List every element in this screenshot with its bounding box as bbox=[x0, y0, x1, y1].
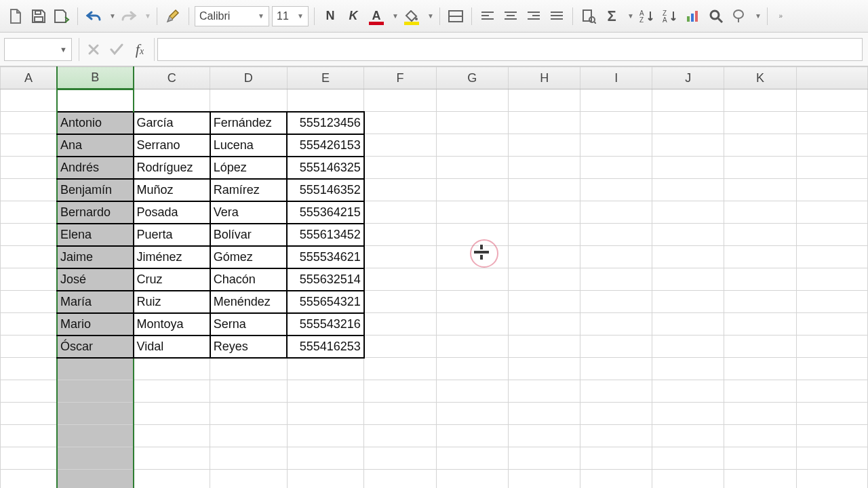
cell[interactable] bbox=[724, 157, 796, 179]
cell[interactable]: 555364215 bbox=[287, 201, 364, 224]
cell[interactable]: Reyes bbox=[210, 336, 287, 358]
cell[interactable] bbox=[287, 470, 364, 489]
format-paintbrush-button[interactable] bbox=[163, 6, 183, 26]
cell[interactable] bbox=[436, 425, 509, 447]
cell[interactable] bbox=[364, 336, 436, 358]
cell[interactable] bbox=[580, 134, 652, 157]
chart-button[interactable] bbox=[683, 6, 703, 26]
column-header-E[interactable]: E bbox=[287, 67, 364, 89]
cell[interactable] bbox=[509, 112, 580, 134]
cell[interactable]: Rodríguez bbox=[134, 157, 210, 179]
cell[interactable] bbox=[652, 201, 724, 224]
cell[interactable] bbox=[1, 201, 58, 224]
fill-color-dropdown[interactable]: ▼ bbox=[425, 6, 434, 26]
cell[interactable] bbox=[134, 425, 210, 447]
cell[interactable] bbox=[509, 380, 580, 403]
cell[interactable] bbox=[509, 291, 580, 313]
cell[interactable]: Cruz bbox=[134, 268, 210, 291]
cell[interactable] bbox=[580, 313, 652, 336]
cell[interactable] bbox=[210, 403, 287, 425]
cell[interactable]: Gómez bbox=[210, 246, 287, 268]
cell[interactable] bbox=[652, 291, 724, 313]
cell[interactable]: Elena bbox=[57, 224, 134, 246]
cell[interactable]: Montoya bbox=[134, 313, 210, 336]
cell[interactable] bbox=[724, 134, 796, 157]
formula-input[interactable] bbox=[157, 38, 863, 61]
cell[interactable] bbox=[796, 224, 867, 246]
column-header-A[interactable]: A bbox=[1, 67, 58, 89]
column-header-C[interactable]: C bbox=[134, 67, 210, 89]
cell[interactable] bbox=[509, 470, 580, 489]
cell[interactable] bbox=[509, 246, 580, 268]
cell[interactable] bbox=[724, 403, 796, 425]
cell[interactable]: Vidal bbox=[134, 336, 210, 358]
cell[interactable] bbox=[364, 179, 436, 201]
bold-button[interactable]: N bbox=[320, 6, 340, 26]
cell[interactable] bbox=[796, 336, 867, 358]
cell[interactable] bbox=[724, 89, 796, 112]
cell[interactable] bbox=[509, 447, 580, 470]
cell[interactable] bbox=[580, 112, 652, 134]
cell[interactable]: Óscar bbox=[57, 336, 134, 358]
cell[interactable]: 555146325 bbox=[287, 157, 364, 179]
cell[interactable] bbox=[364, 157, 436, 179]
cell[interactable]: 555146352 bbox=[287, 179, 364, 201]
export-pdf-button[interactable] bbox=[52, 6, 72, 26]
cell[interactable] bbox=[436, 380, 509, 403]
cell[interactable] bbox=[652, 358, 724, 380]
accept-formula-button[interactable] bbox=[105, 38, 128, 61]
cell[interactable] bbox=[652, 425, 724, 447]
cell[interactable] bbox=[57, 470, 134, 489]
cell[interactable] bbox=[436, 291, 509, 313]
cell[interactable] bbox=[796, 313, 867, 336]
cell[interactable] bbox=[724, 224, 796, 246]
cell[interactable] bbox=[724, 380, 796, 403]
cell[interactable] bbox=[210, 89, 287, 112]
cell[interactable] bbox=[580, 425, 652, 447]
cell[interactable] bbox=[1, 358, 58, 380]
cell[interactable]: Menéndez bbox=[210, 291, 287, 313]
cell[interactable] bbox=[1, 313, 58, 336]
cell[interactable] bbox=[796, 89, 867, 112]
cell[interactable] bbox=[652, 380, 724, 403]
cell[interactable]: Jaime bbox=[57, 246, 134, 268]
cell[interactable] bbox=[580, 268, 652, 291]
cell[interactable] bbox=[724, 425, 796, 447]
cell[interactable] bbox=[1, 179, 58, 201]
cell[interactable] bbox=[134, 470, 210, 489]
cell[interactable] bbox=[210, 358, 287, 380]
save-button[interactable] bbox=[28, 6, 49, 26]
new-file-button[interactable] bbox=[5, 6, 26, 26]
cell[interactable] bbox=[796, 179, 867, 201]
cell[interactable] bbox=[652, 89, 724, 112]
cell[interactable] bbox=[436, 358, 509, 380]
cell[interactable]: Chacón bbox=[210, 268, 287, 291]
cell[interactable] bbox=[436, 470, 509, 489]
sum-button[interactable]: Σ bbox=[601, 6, 622, 26]
cell[interactable] bbox=[580, 358, 652, 380]
cell[interactable] bbox=[724, 313, 796, 336]
cell[interactable]: José bbox=[57, 268, 134, 291]
cell[interactable] bbox=[57, 425, 134, 447]
cell[interactable] bbox=[436, 201, 509, 224]
cell[interactable] bbox=[287, 380, 364, 403]
cell[interactable] bbox=[364, 134, 436, 157]
cell[interactable] bbox=[509, 336, 580, 358]
cell[interactable] bbox=[210, 380, 287, 403]
cell[interactable] bbox=[364, 201, 436, 224]
cell[interactable]: Puerta bbox=[134, 224, 210, 246]
cell[interactable]: Serrano bbox=[134, 134, 210, 157]
align-center-button[interactable] bbox=[500, 6, 521, 26]
cell[interactable] bbox=[652, 157, 724, 179]
cell[interactable] bbox=[57, 89, 134, 112]
cell[interactable]: Jiménez bbox=[134, 246, 210, 268]
cell[interactable] bbox=[796, 447, 867, 470]
cell[interactable]: Ana bbox=[57, 134, 134, 157]
cell[interactable] bbox=[1, 447, 58, 470]
cell[interactable] bbox=[580, 336, 652, 358]
cell[interactable]: Posada bbox=[134, 201, 210, 224]
cell[interactable] bbox=[1, 157, 58, 179]
cell[interactable] bbox=[436, 403, 509, 425]
cell[interactable]: Serna bbox=[210, 313, 287, 336]
cell[interactable] bbox=[134, 89, 210, 112]
